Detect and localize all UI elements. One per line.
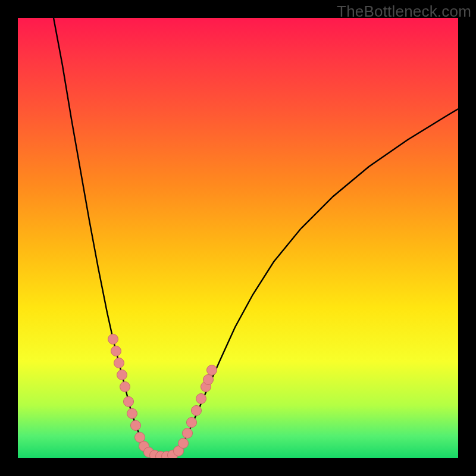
curve-path bbox=[54, 18, 458, 456]
data-marker bbox=[196, 394, 206, 404]
data-marker bbox=[178, 439, 189, 449]
data-marker bbox=[108, 334, 118, 345]
data-marker bbox=[207, 365, 217, 375]
bottleneck-curve bbox=[18, 18, 458, 458]
data-marker bbox=[120, 382, 130, 392]
data-marker bbox=[203, 375, 214, 385]
data-marker bbox=[183, 428, 193, 439]
data-marker bbox=[124, 397, 134, 407]
plot-area bbox=[18, 18, 458, 458]
data-marker bbox=[131, 421, 141, 431]
data-marker bbox=[111, 346, 121, 356]
data-marker bbox=[127, 409, 137, 419]
data-marker bbox=[114, 358, 124, 368]
data-marker bbox=[135, 433, 145, 443]
data-marker bbox=[192, 406, 202, 416]
chart-frame: TheBottleneck.com bbox=[0, 0, 476, 476]
data-marker bbox=[187, 418, 197, 428]
marker-group bbox=[108, 334, 217, 459]
data-marker bbox=[117, 370, 127, 380]
